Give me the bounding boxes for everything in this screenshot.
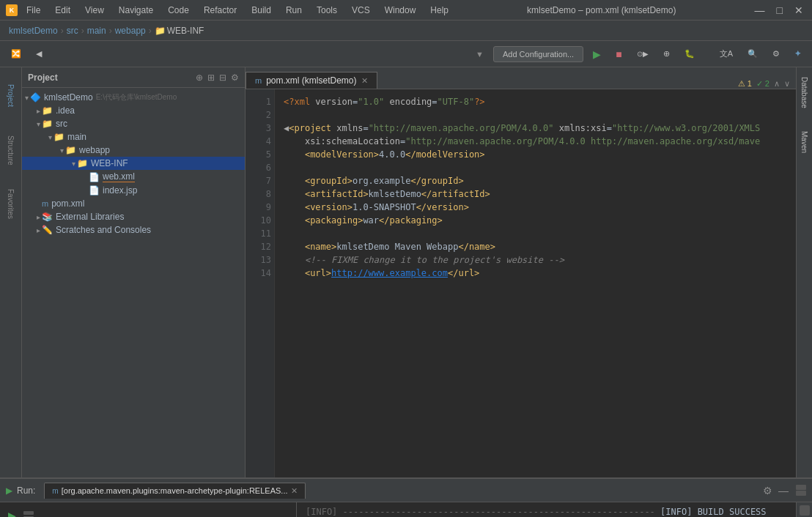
bottom-tab-task-label: [org.apache.maven.plugins:maven-archetyp…: [62, 486, 288, 495]
breadcrumb-webinf[interactable]: 📁WEB-INF: [155, 26, 204, 36]
tree-scratches-label: Scratches and Consoles: [56, 225, 151, 235]
menu-bar: File Edit View Navigate Code Refactor Bu…: [23, 4, 451, 17]
tree-root-arrow: ▾: [25, 94, 29, 102]
sidebar-database-icon[interactable]: Database: [798, 70, 811, 114]
window-controls: — □ ✕: [752, 4, 806, 16]
editor-chevron-up[interactable]: ∧: [774, 79, 780, 89]
vcs-button[interactable]: 🔀: [6, 46, 26, 62]
menu-vcs[interactable]: VCS: [349, 4, 373, 17]
intellij-logo-button[interactable]: ✦: [789, 46, 806, 62]
bottom-hide-icon[interactable]: —: [777, 483, 790, 498]
bottom-gear-icon[interactable]: ⚙: [761, 483, 774, 498]
menu-refactor[interactable]: Refactor: [201, 4, 240, 17]
menu-edit[interactable]: Edit: [52, 4, 73, 17]
project-gear-icon[interactable]: ⚙: [231, 72, 239, 83]
maximize-button[interactable]: □: [774, 4, 786, 16]
sidebar-structure-icon[interactable]: Structure: [3, 124, 19, 176]
project-panel-title: Project: [28, 72, 58, 83]
editor-ok-badge: ✓ 2: [756, 79, 769, 89]
main-area: Project Structure Favorites Project ⊕ ⊞ …: [0, 67, 812, 477]
add-configuration-button[interactable]: Add Configuration...: [493, 46, 583, 62]
editor-tab-label: pom.xml (kmlsetDemo): [266, 75, 356, 86]
breadcrumb-webapp[interactable]: webapp: [115, 26, 146, 36]
editor-chevron-down[interactable]: ∨: [784, 79, 790, 89]
menu-file[interactable]: File: [23, 4, 43, 17]
bottom-panel: ▶ Run: m [org.apache.maven.plugins:maven…: [0, 477, 812, 517]
bottom-content: ▶ ▾ ⚠ [org.apache.maven.plugins:maven 47…: [0, 502, 812, 517]
menu-build[interactable]: Build: [248, 4, 274, 17]
bottom-output[interactable]: [INFO] ---------------------------------…: [297, 502, 796, 517]
tree-main-arrow: ▾: [48, 133, 52, 141]
tree-webinf[interactable]: ▾ 📁 WEB-INF: [22, 157, 245, 170]
breadcrumb-main[interactable]: main: [87, 26, 106, 36]
tree-webinf-arrow: ▾: [72, 160, 75, 168]
tree-scratches[interactable]: ▸ ✏️ Scratches and Consoles: [22, 223, 245, 237]
profiler-button[interactable]: ⊕: [658, 46, 675, 62]
project-add-icon[interactable]: ⊕: [196, 72, 203, 83]
project-scroll-icon[interactable]: ⊞: [207, 72, 215, 83]
coverage-button[interactable]: ⊙▶: [632, 47, 654, 61]
tree-webapp-arrow: ▾: [60, 146, 64, 155]
tree-pomxml-label: pom.xml: [51, 198, 84, 209]
code-editor[interactable]: <?xml version="1.0" encoding="UTF-8"?> ◀…: [275, 89, 796, 477]
translate-button[interactable]: 文A: [715, 45, 738, 62]
tree-webxml-icon: 📄: [89, 172, 100, 182]
search-everywhere-button[interactable]: 🔍: [742, 46, 763, 62]
tree-external-libs[interactable]: ▸ 📚 External Libraries: [22, 210, 245, 223]
editor-content: 12345 678910 11121314 <?xml version="1.0…: [246, 89, 796, 477]
run-play-btn[interactable]: ▶: [4, 508, 19, 517]
menu-window[interactable]: Window: [382, 4, 419, 17]
sidebar-maven-icon[interactable]: Maven: [798, 120, 811, 164]
bottom-tab-run-task[interactable]: m [org.apache.maven.plugins:maven-archet…: [44, 483, 305, 499]
tree-src-label: src: [56, 119, 67, 129]
tree-indexjsp-label: index.jsp: [103, 185, 137, 196]
tree-scratches-arrow: ▸: [37, 226, 40, 234]
bottom-right-sidebar: [796, 502, 812, 517]
menu-run[interactable]: Run: [283, 4, 305, 17]
tree-indexjsp[interactable]: ▸ 📄 index.jsp: [22, 184, 245, 197]
tree-pomxml[interactable]: ▸ m pom.xml: [22, 197, 245, 210]
settings-button[interactable]: ⚙: [767, 46, 785, 62]
tree-root[interactable]: ▾ 🔷 kmlsetDemo E:\代码仓库\kmlsetDemo: [22, 91, 245, 104]
editor-tab-pomxml[interactable]: m pom.xml (kmlsetDemo) ✕: [246, 72, 377, 89]
breadcrumb-project[interactable]: kmlsetDemo: [9, 26, 58, 36]
titlebar: K File Edit View Navigate Code Refactor …: [0, 0, 812, 21]
run-button[interactable]: ▶: [588, 45, 606, 63]
run-toolbar-icon[interactable]: [23, 511, 34, 515]
tree-webxml[interactable]: ▸ 📄 web.xml: [22, 170, 245, 184]
tree-main[interactable]: ▾ 📁 main: [22, 130, 245, 144]
menu-view[interactable]: View: [82, 4, 107, 17]
editor-area: m pom.xml (kmlsetDemo) ✕ ⚠ 1 ✓ 2 ∧ ∨ 123…: [246, 67, 796, 477]
left-sidebar: Project Structure Favorites: [0, 67, 22, 477]
debug-button[interactable]: 🐛: [679, 46, 700, 62]
editor-tab-close[interactable]: ✕: [361, 76, 368, 86]
sidebar-project-icon[interactable]: Project: [3, 70, 19, 122]
sidebar-favorites-icon[interactable]: Favorites: [3, 179, 19, 230]
menu-help[interactable]: Help: [427, 4, 451, 17]
run-label: Run:: [17, 486, 35, 496]
editor-tabs: m pom.xml (kmlsetDemo) ✕ ⚠ 1 ✓ 2 ∧ ∨: [246, 67, 796, 89]
tree-extlibs-label: External Libraries: [56, 212, 124, 222]
breadcrumb: kmlsetDemo › src › main › webapp › 📁WEB-…: [0, 21, 812, 41]
tree-webapp[interactable]: ▾ 📁 webapp: [22, 144, 245, 157]
tree-src[interactable]: ▾ 📁 src: [22, 117, 245, 130]
menu-navigate[interactable]: Navigate: [116, 4, 156, 17]
tree-idea-arrow: ▸: [37, 107, 40, 115]
tree-webapp-label: webapp: [79, 145, 110, 155]
toolbar: 🔀 ◀ ▼ Add Configuration... ▶ ■ ⊙▶ ⊕ 🐛 文A…: [0, 41, 812, 67]
menu-code[interactable]: Code: [165, 4, 192, 17]
breadcrumb-src[interactable]: src: [67, 26, 78, 36]
project-tree: ▾ 🔷 kmlsetDemo E:\代码仓库\kmlsetDemo ▸ 📁 .i…: [22, 88, 245, 477]
menu-tools[interactable]: Tools: [314, 4, 340, 17]
tree-idea[interactable]: ▸ 📁 .idea: [22, 104, 245, 117]
run-config-dropdown[interactable]: ▼: [470, 47, 489, 62]
minimize-button[interactable]: —: [752, 4, 768, 16]
close-button[interactable]: ✕: [791, 4, 806, 16]
stop-button[interactable]: ■: [610, 45, 627, 63]
output-scroll-up[interactable]: [800, 505, 810, 516]
project-collapse-icon[interactable]: ⊟: [219, 72, 226, 83]
bottom-scroll-controls[interactable]: [796, 485, 806, 496]
tree-idea-icon: 📁: [42, 105, 53, 116]
back-button[interactable]: ◀: [31, 46, 47, 62]
bottom-tab-close[interactable]: ✕: [291, 486, 298, 496]
